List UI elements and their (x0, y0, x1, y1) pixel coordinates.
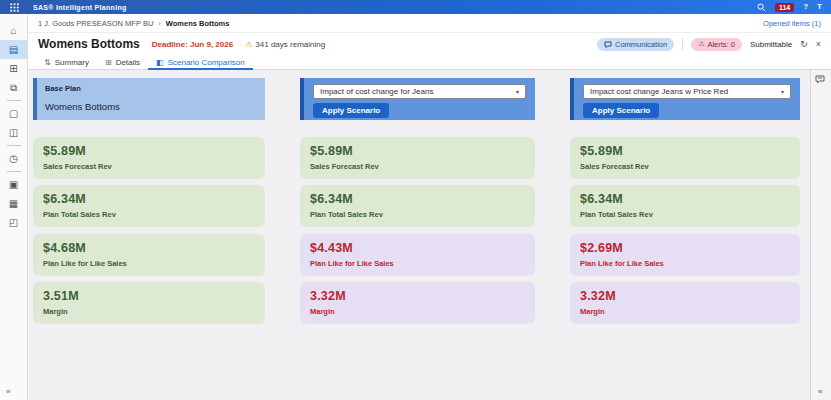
tab-details[interactable]: ⊞ Details (97, 58, 148, 70)
comments-icon[interactable] (815, 75, 825, 84)
chevron-down-icon: ▾ (781, 88, 784, 95)
alert-warning-icon: ⚠ (698, 40, 704, 48)
communication-button[interactable]: Communication (597, 38, 674, 51)
metric-card: $4.43M Plan Like for Like Sales (300, 234, 535, 276)
comparison-split-icon: ◧ (156, 58, 164, 67)
metric-label: Margin (43, 307, 255, 316)
metric-label: Margin (310, 307, 525, 316)
tab-summary-label: Summary (55, 58, 89, 67)
base-plan-header: Base Plan Womens Bottoms (33, 78, 265, 120)
metric-value: 3.32M (580, 289, 790, 303)
history-clock-icon[interactable]: ◷ (0, 149, 27, 168)
tab-summary[interactable]: ⇅ Summary (36, 58, 97, 70)
app-top-bar: SAS® Intelligent Planning 114 ? T (0, 0, 831, 14)
plan-document-icon[interactable]: ▤ (0, 40, 27, 59)
metric-value: $6.34M (310, 192, 525, 206)
help-icon[interactable]: ? (803, 3, 808, 11)
metric-value: $5.89M (43, 144, 255, 158)
days-remaining-text: 341 days remaining (255, 40, 325, 49)
metric-card: 3.32M Margin (300, 282, 535, 324)
metric-label: Margin (580, 307, 790, 316)
right-utility-rail: « (810, 70, 831, 400)
communication-label: Communication (615, 40, 667, 49)
metric-card: $5.89M Sales Forecast Rev (33, 137, 265, 179)
metric-value: $5.89M (580, 144, 790, 158)
metric-label: Plan Total Sales Rev (310, 210, 525, 219)
topbar-actions: 114 ? T (757, 3, 831, 12)
metric-label: Sales Forecast Rev (580, 162, 790, 171)
tab-scenario-comparison-label: Scenario Comparison (168, 58, 245, 67)
metric-card: $5.89M Sales Forecast Rev (300, 137, 535, 179)
metric-card: $6.34M Plan Total Sales Rev (300, 185, 535, 227)
collapse-rail-icon[interactable]: « (818, 387, 822, 396)
metric-value: 3.51M (43, 289, 255, 303)
scenario-select[interactable]: Impact of cost change for Jeans ▾ (313, 84, 526, 99)
sidebar-divider (7, 171, 21, 172)
apply-scenario-button[interactable]: Apply Scenario (313, 103, 389, 118)
scenario-comparison-panel: Base Plan Womens Bottoms $5.89M Sales Fo… (28, 70, 810, 400)
metric-value: $5.89M (310, 144, 525, 158)
layers-icon[interactable]: ▦ (0, 194, 27, 213)
document-icon[interactable]: ▢ (0, 104, 27, 123)
deadline-text: Deadline: Jun 9, 2026 (152, 40, 233, 49)
speech-bubble-icon (604, 41, 612, 48)
scenario-header-2: Impact cost change Jeans w Price Red ▾ A… (570, 78, 800, 120)
metric-label: Plan Total Sales Rev (43, 210, 255, 219)
tab-bar: ⇅ Summary ⊞ Details ◧ Scenario Compariso… (28, 55, 831, 70)
base-plan-column: Base Plan Womens Bottoms $5.89M Sales Fo… (33, 70, 265, 400)
sidebar-divider (7, 145, 21, 146)
metric-value: $4.43M (310, 241, 525, 255)
metric-label: Plan Like for Like Sales (580, 259, 790, 268)
tab-details-label: Details (116, 58, 140, 67)
sidebar-divider (7, 100, 21, 101)
metric-label: Sales Forecast Rev (43, 162, 255, 171)
chevron-down-icon: ▾ (516, 88, 519, 95)
metric-value: $2.69M (580, 241, 790, 255)
home-icon[interactable]: ⌂ (0, 21, 27, 40)
alerts-label: Alerts: 0 (707, 40, 735, 49)
scenario-column-2: Impact cost change Jeans w Price Red ▾ A… (570, 70, 800, 400)
report-search-icon[interactable]: ▣ (0, 175, 27, 194)
metric-value: $4.68M (43, 241, 255, 255)
base-plan-label: Base Plan (45, 84, 257, 93)
breadcrumb-parent[interactable]: 1 J. Goods PRESEASON MFP BU (38, 19, 153, 28)
scenario-header-1: Impact of cost change for Jeans ▾ Apply … (300, 78, 535, 120)
hierarchy-icon[interactable]: ⧉ (0, 78, 27, 97)
title-actions: Communication ⚠ Alerts: 0 Submittable ↻ … (597, 38, 821, 51)
notification-badge[interactable]: 114 (775, 3, 794, 12)
metric-card: 3.51M Margin (33, 282, 265, 324)
refresh-icon[interactable]: ↻ (800, 40, 808, 49)
app-switcher-icon[interactable] (0, 0, 28, 14)
title-row: Womens Bottoms Deadline: Jun 9, 2026 ⚠ 3… (28, 33, 831, 55)
page-header: 1 J. Goods PRESEASON MFP BU › Womens Bot… (28, 14, 831, 70)
case-icon[interactable]: ◰ (0, 213, 27, 232)
metric-value: 3.32M (310, 289, 525, 303)
workbench-grid-icon[interactable]: ⊞ (0, 59, 27, 78)
details-table-icon: ⊞ (105, 58, 112, 67)
tab-scenario-comparison[interactable]: ◧ Scenario Comparison (148, 58, 253, 70)
search-icon[interactable] (757, 3, 766, 12)
warning-icon: ⚠ (245, 40, 252, 49)
breadcrumb-current: Womens Bottoms (166, 19, 230, 28)
metric-label: Plan Like for Like Sales (310, 259, 525, 268)
chart-icon[interactable]: ◫ (0, 123, 27, 142)
alerts-button[interactable]: ⚠ Alerts: 0 (691, 38, 742, 51)
apply-scenario-button[interactable]: Apply Scenario (583, 103, 659, 118)
opened-items-link[interactable]: Opened items (1) (763, 19, 821, 28)
submittable-label: Submittable (750, 40, 792, 49)
metric-card: $5.89M Sales Forecast Rev (570, 137, 800, 179)
user-avatar[interactable]: T (817, 3, 822, 11)
metric-label: Plan Total Sales Rev (580, 210, 790, 219)
metric-card: $4.68M Plan Like for Like Sales (33, 234, 265, 276)
scenario-select[interactable]: Impact cost change Jeans w Price Red ▾ (583, 84, 791, 99)
breadcrumb: 1 J. Goods PRESEASON MFP BU › Womens Bot… (28, 14, 831, 33)
metric-card: $6.34M Plan Total Sales Rev (33, 185, 265, 227)
metric-label: Sales Forecast Rev (310, 162, 525, 171)
close-icon[interactable]: × (816, 40, 821, 49)
sidebar-expand-icon[interactable]: » (6, 387, 10, 396)
scenario-column-1: Impact of cost change for Jeans ▾ Apply … (300, 70, 535, 400)
scenario-select-value: Impact of cost change for Jeans (320, 87, 433, 96)
base-plan-name: Womens Bottoms (45, 101, 257, 112)
metric-card: 3.32M Margin (570, 282, 800, 324)
metric-label: Plan Like for Like Sales (43, 259, 255, 268)
